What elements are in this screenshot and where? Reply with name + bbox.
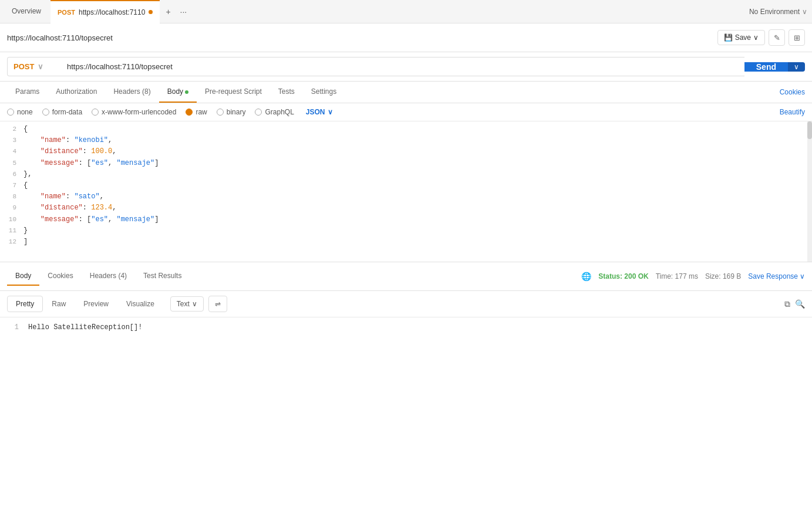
page-title: https://localhost:7110/topsecret [7, 33, 713, 42]
send-button-group: Send ∨ [744, 62, 805, 72]
active-tab-url: https://localhost:7110 [79, 8, 145, 16]
unsaved-dot [149, 10, 153, 14]
save-chevron-icon: ∨ [753, 33, 759, 42]
response-body-options: Pretty Raw Preview Visualize Text ∨ ⇌ ⧉ … [0, 291, 812, 317]
code-line-8: 8 "name": "sato", [0, 191, 812, 202]
wrap-icon: ⇌ [215, 300, 221, 308]
resp-tab-headers[interactable]: Headers (4) [82, 267, 135, 286]
resp-opt-preview[interactable]: Preview [75, 296, 117, 312]
option-form-data-label: form-data [52, 108, 82, 116]
code-line-4: 4 "distance": 100.0, [0, 146, 812, 157]
save-response-button[interactable]: Save Response ∨ [748, 272, 805, 280]
code-line-12: 12 ] [0, 236, 812, 248]
add-tab-button[interactable]: + [162, 7, 174, 16]
network-icon: 🌐 [581, 272, 591, 281]
wrap-lines-button[interactable]: ⇌ [208, 296, 227, 312]
save-response-label: Save Response [748, 272, 798, 280]
code-line-5: 5 "message": ["es", "mensaje"] [0, 158, 812, 169]
resp-opt-pretty[interactable]: Pretty [7, 296, 43, 312]
url-input[interactable] [60, 57, 744, 76]
method-selector[interactable]: POST ∨ [7, 57, 60, 76]
editor-scrollbar-thumb[interactable] [807, 121, 812, 139]
save-response-chevron-icon: ∨ [800, 272, 805, 280]
save-label: Save [735, 33, 751, 42]
option-binary-label: binary [227, 108, 246, 116]
method-chevron-icon: ∨ [38, 62, 43, 71]
radio-form-data [42, 109, 49, 116]
text-format-selector[interactable]: Text ∨ [170, 296, 204, 312]
top-tab-bar: Overview POST https://localhost:7110 + ·… [0, 0, 812, 23]
tab-overview[interactable]: Overview [5, 0, 48, 23]
save-button[interactable]: 💾 Save ∨ [717, 30, 765, 45]
url-actions: 💾 Save ∨ ✎ ⊞ [717, 29, 805, 46]
edit-icon: ✎ [774, 33, 780, 42]
tab-authorization[interactable]: Authorization [48, 82, 105, 103]
response-status-area: 🌐 Status: 200 OK Time: 177 ms Size: 169 … [581, 272, 805, 281]
resp-tab-body[interactable]: Body [7, 267, 39, 286]
layout-button[interactable]: ⊞ [789, 29, 805, 46]
json-format-selector[interactable]: JSON ∨ [306, 108, 333, 116]
body-dot [185, 90, 188, 94]
code-line-3: 3 "name": "kenobi", [0, 135, 812, 146]
environment-selector[interactable]: No Environment ∨ [749, 8, 807, 16]
response-output: 1 Hello SatelliteReception[]! [0, 317, 812, 388]
tab-active-request[interactable]: POST https://localhost:7110 [50, 0, 160, 23]
tab-settings[interactable]: Settings [303, 82, 345, 103]
option-form-data[interactable]: form-data [42, 108, 82, 116]
response-line-num: 1 [7, 323, 19, 331]
method-label: POST [14, 62, 34, 71]
json-format-label: JSON [306, 108, 325, 116]
response-line-1: 1 Hello SatelliteReception[]! [7, 323, 805, 331]
overview-label: Overview [12, 7, 41, 15]
text-chevron-icon: ∨ [192, 300, 197, 308]
request-body-editor[interactable]: 2 { 3 "name": "kenobi", 4 "distance": 10… [0, 121, 812, 262]
search-icon[interactable]: 🔍 [795, 299, 805, 309]
text-format-label: Text [177, 300, 190, 308]
resp-tab-cookies[interactable]: Cookies [39, 267, 81, 286]
tab-tests[interactable]: Tests [270, 82, 303, 103]
option-binary[interactable]: binary [217, 108, 246, 116]
active-tab-method: POST [58, 9, 75, 16]
json-chevron-icon: ∨ [328, 108, 333, 116]
response-time: Time: 177 ms [656, 272, 698, 280]
tab-params[interactable]: Params [7, 82, 48, 103]
radio-graphql [255, 109, 262, 116]
option-graphql[interactable]: GraphQL [255, 108, 294, 116]
copy-icon[interactable]: ⧉ [784, 299, 790, 309]
tab-body[interactable]: Body [159, 82, 197, 103]
code-line-11: 11 } [0, 225, 812, 236]
request-bar: POST ∨ Send ∨ [0, 52, 812, 82]
radio-binary [217, 109, 224, 116]
response-size: Size: 169 B [705, 272, 741, 280]
response-content: Hello SatelliteReception[]! [28, 323, 142, 331]
editor-scrollbar[interactable] [807, 121, 812, 262]
save-icon: 💾 [724, 33, 733, 42]
code-line-6: 6 }, [0, 169, 812, 180]
body-options-bar: none form-data x-www-form-urlencoded raw… [0, 103, 812, 121]
option-urlencoded[interactable]: x-www-form-urlencoded [92, 108, 176, 116]
resp-tab-test-results[interactable]: Test Results [135, 267, 190, 286]
radio-raw [186, 109, 193, 116]
code-line-2: 2 { [0, 124, 812, 135]
tab-headers[interactable]: Headers (8) [105, 82, 159, 103]
option-none-label: none [17, 108, 33, 116]
send-chevron-button[interactable]: ∨ [788, 62, 805, 72]
code-line-7: 7 { [0, 180, 812, 191]
response-action-icons: ⧉ 🔍 [784, 299, 805, 309]
tab-cookies[interactable]: Cookies [780, 82, 805, 102]
send-button[interactable]: Send [744, 62, 788, 72]
resp-opt-raw[interactable]: Raw [43, 296, 75, 312]
edit-button[interactable]: ✎ [769, 29, 785, 46]
more-tabs-button[interactable]: ··· [177, 7, 191, 16]
env-chevron-icon: ∨ [802, 8, 807, 16]
code-line-9: 9 "distance": 123.4, [0, 202, 812, 214]
option-urlencoded-label: x-www-form-urlencoded [102, 108, 176, 116]
option-raw[interactable]: raw [186, 108, 207, 116]
body-label: Body [167, 87, 183, 96]
tab-pre-request[interactable]: Pre-request Script [197, 82, 270, 103]
radio-none [7, 109, 14, 116]
option-none[interactable]: none [7, 108, 33, 116]
layout-icon: ⊞ [794, 33, 800, 42]
beautify-button[interactable]: Beautify [780, 108, 805, 116]
resp-opt-visualize[interactable]: Visualize [117, 296, 163, 312]
